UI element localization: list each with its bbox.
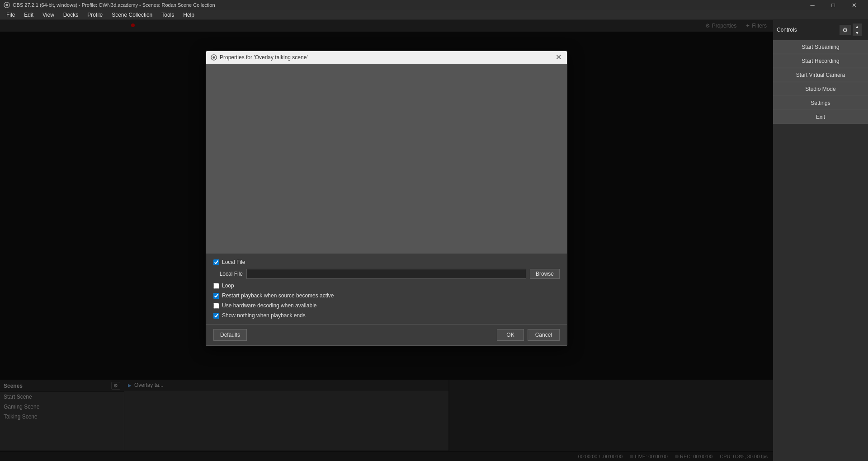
defaults-button[interactable]: Defaults — [213, 329, 247, 341]
dialog-close-button[interactable]: ✕ — [555, 54, 562, 61]
dialog-overlay: Properties for 'Overlay talking scene' ✕… — [0, 20, 773, 461]
scroll-up-btn[interactable]: ▲ — [853, 24, 862, 30]
dialog-title-bar: Properties for 'Overlay talking scene' ✕ — [206, 51, 567, 64]
restart-row: Restart playback when source becomes act… — [213, 292, 560, 299]
footer-right: OK Cancel — [497, 329, 560, 341]
controls-config-btn[interactable]: ⚙ — [840, 25, 851, 35]
title-bar-left: OBS 27.2.1 (64-bit, windows) - Profile: … — [4, 2, 215, 8]
hardware-label: Use hardware decoding when available — [222, 302, 316, 309]
title-bar-controls: ─ □ ✕ — [802, 0, 864, 10]
menu-edit[interactable]: Edit — [19, 11, 38, 19]
maximize-button[interactable]: □ — [823, 0, 844, 10]
properties-dialog: Properties for 'Overlay talking scene' ✕… — [206, 51, 567, 346]
scroll-controls: ▲ ▼ — [852, 23, 863, 37]
svg-point-3 — [212, 56, 215, 58]
show-nothing-label: Show nothing when playback ends — [222, 312, 306, 319]
dialog-title-text: Properties for 'Overlay talking scene' — [220, 54, 308, 61]
file-picker-row: Local File Browse — [213, 269, 560, 279]
dialog-obs-icon — [211, 54, 217, 61]
dialog-footer: Defaults OK Cancel — [206, 324, 567, 345]
scroll-down-btn[interactable]: ▼ — [853, 30, 862, 36]
dialog-preview — [206, 64, 567, 254]
cancel-button[interactable]: Cancel — [528, 329, 560, 341]
dialog-title-left: Properties for 'Overlay talking scene' — [211, 54, 308, 61]
local-file-input[interactable] — [246, 269, 526, 279]
settings-button[interactable]: Settings — [773, 96, 868, 110]
show-nothing-checkbox[interactable] — [213, 313, 219, 319]
restart-checkbox[interactable] — [213, 293, 219, 299]
menu-scene-collection[interactable]: Scene Collection — [107, 11, 157, 19]
window-title: OBS 27.2.1 (64-bit, windows) - Profile: … — [13, 2, 215, 8]
menu-profile[interactable]: Profile — [83, 11, 107, 19]
ok-button[interactable]: OK — [497, 329, 524, 341]
start-streaming-button[interactable]: Start Streaming — [773, 40, 868, 54]
controls-header: Controls ⚙ ▲ ▼ — [773, 20, 868, 40]
menu-bar: File Edit View Docks Profile Scene Colle… — [0, 10, 868, 20]
browse-button[interactable]: Browse — [530, 269, 560, 279]
preview-area: ⚙ Properties ✦ Filters Scenes ⚙ Start — [0, 20, 773, 461]
menu-tools[interactable]: Tools — [157, 11, 179, 19]
obs-icon — [4, 2, 10, 8]
hardware-row: Use hardware decoding when available — [213, 302, 560, 309]
local-file-checkbox[interactable] — [213, 259, 219, 265]
loop-label: Loop — [222, 282, 234, 289]
menu-view[interactable]: View — [38, 11, 59, 19]
loop-checkbox[interactable] — [213, 283, 219, 289]
local-file-row: Local File — [213, 259, 560, 265]
title-bar: OBS 27.2.1 (64-bit, windows) - Profile: … — [0, 0, 868, 10]
dialog-content: Local File Local File Browse Loop — [206, 254, 567, 324]
start-virtual-camera-button[interactable]: Start Virtual Camera — [773, 68, 868, 82]
show-nothing-row: Show nothing when playback ends — [213, 312, 560, 319]
main-layout: ⚙ Properties ✦ Filters Scenes ⚙ Start — [0, 20, 868, 461]
hardware-checkbox[interactable] — [213, 303, 219, 309]
local-file-checkbox-label: Local File — [222, 259, 245, 265]
controls-panel: Controls ⚙ ▲ ▼ Start Streaming Start Rec… — [773, 20, 868, 461]
menu-docks[interactable]: Docks — [59, 11, 83, 19]
loop-row: Loop — [213, 282, 560, 289]
studio-mode-button[interactable]: Studio Mode — [773, 82, 868, 96]
minimize-button[interactable]: ─ — [802, 0, 823, 10]
menu-help[interactable]: Help — [179, 11, 199, 19]
controls-icon-row: ⚙ ▲ ▼ — [838, 22, 864, 38]
restart-label: Restart playback when source becomes act… — [222, 292, 334, 299]
local-file-field-label: Local File — [213, 271, 243, 277]
close-button[interactable]: ✕ — [844, 0, 864, 10]
controls-title: Controls — [777, 27, 797, 33]
exit-button[interactable]: Exit — [773, 110, 868, 124]
start-recording-button[interactable]: Start Recording — [773, 54, 868, 68]
svg-point-1 — [5, 4, 8, 6]
menu-file[interactable]: File — [2, 11, 19, 19]
